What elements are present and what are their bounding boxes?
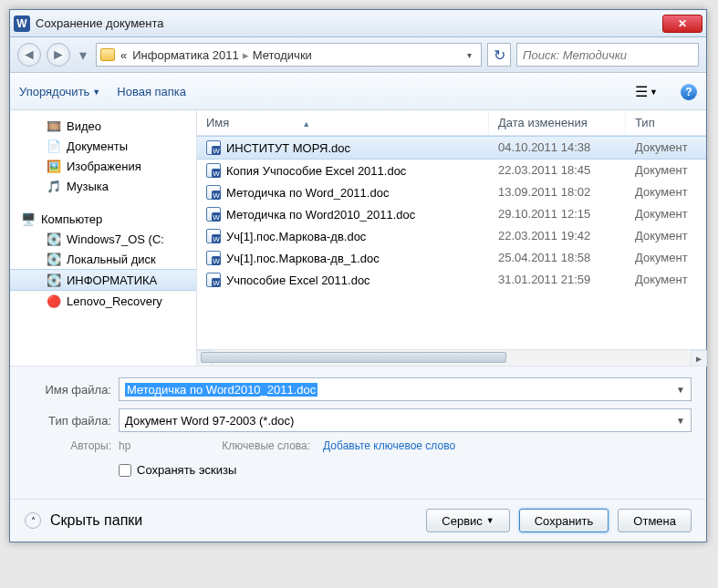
service-menu-button[interactable]: Сервис▼ xyxy=(426,509,509,532)
col-date-header[interactable]: Дата изменения xyxy=(489,110,626,135)
file-row[interactable]: Методичка по Word_2011.doc13.09.2011 18:… xyxy=(197,181,706,203)
view-mode-button[interactable]: ☰ ▼ xyxy=(629,79,664,104)
save-thumbnail-checkbox[interactable] xyxy=(119,464,131,477)
chevron-down-icon[interactable]: ▼ xyxy=(676,416,685,426)
library-icon: 🖼️ xyxy=(47,159,61,173)
doc-icon xyxy=(206,163,221,178)
titlebar: W Сохранение документа ✕ xyxy=(10,10,706,37)
doc-icon xyxy=(206,185,221,200)
tree-drive-item[interactable]: 💽Локальный диск xyxy=(10,249,196,269)
authors-value[interactable]: hp xyxy=(119,439,130,452)
file-row[interactable]: Уч[1].пос.Маркова-дв_1.doc25.04.2011 18:… xyxy=(197,247,706,269)
tree-item[interactable]: 🎵Музыка xyxy=(10,176,196,196)
close-button[interactable]: ✕ xyxy=(662,15,702,33)
toolbar: Упорядочить▼ Новая папка ☰ ▼ ? xyxy=(10,73,706,110)
breadcrumb-sep: ▸ xyxy=(243,48,249,62)
doc-icon xyxy=(206,207,221,222)
file-row[interactable]: Копия Учпособие Excel 2011.doc22.03.2011… xyxy=(197,160,706,181)
drive-icon: 💽 xyxy=(47,273,61,287)
hide-folders-label[interactable]: Скрыть папки xyxy=(50,512,142,529)
forward-button[interactable]: ► xyxy=(47,43,70,67)
save-form: Имя файла: Методичка по Word2010_2011.do… xyxy=(10,366,706,499)
dialog-footer: ˄ Скрыть папки Сервис▼ Сохранить Отмена xyxy=(10,499,706,542)
refresh-button[interactable]: ↻ xyxy=(487,43,511,67)
scroll-thumb[interactable] xyxy=(201,352,506,363)
drive-icon: 💽 xyxy=(47,252,61,266)
col-name-header[interactable]: Имя▲ xyxy=(197,110,489,135)
h-scrollbar[interactable]: ◄ ► xyxy=(197,349,706,366)
file-row[interactable]: Методичка по Word2010_2011.doc29.10.2011… xyxy=(197,203,706,225)
nav-chrome: ◄ ► ▾ « Информатика 2011 ▸ Методички ▾ ↻ xyxy=(10,37,706,73)
tree-drive-item[interactable]: 💽Windows7_OS (C: xyxy=(10,229,196,249)
window-title: Сохранение документа xyxy=(36,16,662,30)
folder-icon xyxy=(100,48,115,61)
history-dropdown[interactable]: ▾ xyxy=(76,45,90,65)
hide-folders-toggle-icon[interactable]: ˄ xyxy=(25,512,41,529)
authors-label: Авторы: xyxy=(25,439,111,452)
new-folder-button[interactable]: Новая папка xyxy=(117,85,186,98)
list-view-icon: ☰ xyxy=(635,83,648,100)
sort-asc-icon: ▲ xyxy=(302,119,310,129)
list-header: Имя▲ Дата изменения Тип xyxy=(197,110,706,136)
tree-computer[interactable]: 🖥️ Компьютер xyxy=(10,209,196,229)
filetype-label: Тип файла: xyxy=(25,414,111,428)
organize-menu[interactable]: Упорядочить▼ xyxy=(19,85,100,98)
save-thumbnail-label: Сохранять эскизы xyxy=(137,463,236,477)
filename-input[interactable]: Методичка по Word2010_2011.doc ▼ xyxy=(119,377,692,401)
drive-icon: 💽 xyxy=(47,232,61,246)
save-button[interactable]: Сохранить xyxy=(519,509,609,532)
breadcrumb-bar[interactable]: « Информатика 2011 ▸ Методички ▾ xyxy=(96,43,482,67)
tree-item[interactable]: 📄Документы xyxy=(10,136,196,156)
folder-tree: 🎞️Видео📄Документы🖼️Изображения🎵Музыка 🖥️… xyxy=(10,110,197,366)
doc-icon xyxy=(206,251,221,265)
breadcrumb-segment[interactable]: Методички xyxy=(253,48,312,62)
chevron-down-icon[interactable]: ▼ xyxy=(676,385,685,395)
breadcrumb-prefix: « xyxy=(120,48,127,62)
tree-item[interactable]: 🎞️Видео xyxy=(10,116,196,136)
drive-icon: 🔴 xyxy=(47,294,61,308)
save-dialog-window: W Сохранение документа ✕ ◄ ► ▾ « Информа… xyxy=(9,9,707,542)
doc-icon xyxy=(206,229,221,243)
help-button[interactable]: ? xyxy=(681,84,697,100)
library-icon: 🎞️ xyxy=(47,119,61,133)
file-row[interactable]: ИНСТИТУТ МОРЯ.doc04.10.2011 14:38Докумен… xyxy=(197,136,706,160)
file-list-panel: Имя▲ Дата изменения Тип ИНСТИТУТ МОРЯ.do… xyxy=(197,110,706,366)
word-app-icon: W xyxy=(14,15,30,32)
computer-icon: 🖥️ xyxy=(21,211,36,226)
tree-drive-item[interactable]: 💽ИНФОРМАТИКА xyxy=(10,269,196,291)
doc-icon xyxy=(206,273,221,287)
scroll-right-icon[interactable]: ► xyxy=(691,350,707,366)
doc-icon xyxy=(206,140,221,155)
breadcrumb-dropdown[interactable]: ▾ xyxy=(462,50,477,60)
search-input[interactable] xyxy=(516,43,699,67)
tree-item[interactable]: 🖼️Изображения xyxy=(10,156,196,176)
file-row[interactable]: Учпособие Excel 2011.doc31.01.2011 21:59… xyxy=(197,269,706,291)
col-type-header[interactable]: Тип xyxy=(626,110,706,135)
library-icon: 📄 xyxy=(47,139,61,153)
filename-label: Имя файла: xyxy=(25,383,111,397)
library-icon: 🎵 xyxy=(47,179,61,193)
tags-label: Ключевые слова: xyxy=(222,439,310,452)
filetype-select[interactable]: Документ Word 97-2003 (*.doc) ▼ xyxy=(119,408,692,432)
tags-add-link[interactable]: Добавьте ключевое слово xyxy=(323,439,455,452)
file-row[interactable]: Уч[1].пос.Маркова-дв.doc22.03.2011 19:42… xyxy=(197,225,706,247)
back-button[interactable]: ◄ xyxy=(17,43,41,67)
tree-drive-item[interactable]: 🔴Lenovo_Recovery xyxy=(10,291,196,311)
cancel-button[interactable]: Отмена xyxy=(618,509,692,532)
breadcrumb-segment[interactable]: Информатика 2011 xyxy=(132,48,239,62)
